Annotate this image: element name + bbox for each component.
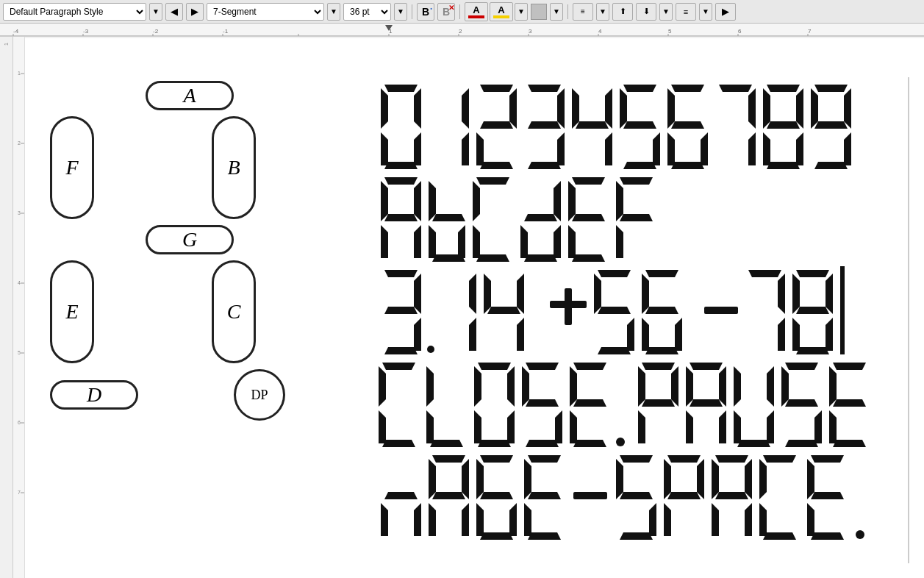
svg-marker-201	[829, 366, 837, 407]
svg-text:6: 6	[738, 28, 742, 35]
gray-swatch-dropdown[interactable]: ▼	[550, 3, 563, 21]
svg-marker-146	[778, 318, 785, 351]
highlight-color-button[interactable]: A	[490, 2, 513, 21]
segment-B: B	[212, 116, 256, 219]
svg-marker-160	[426, 410, 434, 443]
svg-marker-136	[598, 347, 631, 354]
canvas-area[interactable]: 1 2 3 4 5 6 7 A	[13, 37, 924, 578]
svg-marker-222	[528, 492, 561, 499]
svg-marker-125	[469, 318, 476, 351]
svg-marker-50	[480, 121, 513, 129]
svg-marker-236	[715, 455, 748, 463]
svg-marker-72	[671, 162, 704, 169]
font-color-button[interactable]: A	[465, 2, 488, 21]
indent-button[interactable]: ⬆	[612, 3, 633, 21]
segment-F: F	[50, 116, 94, 219]
svg-marker-56	[557, 132, 565, 165]
svg-marker-77	[763, 88, 770, 129]
svg-marker-133	[594, 274, 601, 314]
svg-marker-55	[528, 121, 561, 129]
svg-marker-43	[381, 132, 388, 165]
svg-point-123	[427, 346, 434, 353]
segment-C: C	[212, 260, 256, 363]
svg-marker-137	[645, 270, 678, 277]
svg-marker-132	[598, 270, 631, 277]
color-tools-more[interactable]: ▼	[515, 3, 528, 21]
svg-marker-208	[432, 455, 465, 463]
svg-text:4: 4	[18, 280, 21, 285]
format-dropdown-3[interactable]: ▼	[699, 3, 712, 21]
svg-marker-169	[522, 366, 529, 407]
svg-marker-119	[414, 274, 421, 314]
bold-remove-button[interactable]: ✕ B	[437, 3, 455, 21]
svg-text:5: 5	[18, 350, 21, 355]
paragraph-style-select[interactable]: Default Paragraph Style	[3, 3, 146, 21]
svg-marker-249	[807, 503, 814, 536]
svg-marker-52	[480, 162, 513, 169]
svg-marker-247	[807, 459, 814, 499]
svg-marker-124	[469, 274, 476, 314]
svg-marker-106	[520, 225, 528, 258]
svg-marker-111	[572, 214, 605, 221]
outdent-button[interactable]: ⬇	[636, 3, 656, 21]
svg-marker-113	[572, 254, 605, 262]
font-name-select[interactable]: 7-Segment	[207, 3, 324, 21]
svg-marker-62	[623, 85, 656, 92]
svg-marker-116	[620, 214, 653, 221]
svg-marker-99	[432, 254, 465, 262]
svg-marker-81	[796, 132, 803, 165]
toolbar-back[interactable]: ◀	[165, 3, 183, 21]
svg-marker-100	[476, 177, 509, 185]
right-edge-line	[908, 77, 909, 563]
svg-marker-171	[555, 410, 562, 443]
svg-marker-89	[384, 177, 418, 185]
svg-marker-180	[638, 366, 645, 407]
svg-text:-2: -2	[153, 28, 159, 35]
svg-marker-198	[814, 410, 822, 443]
svg-marker-203	[829, 410, 837, 443]
words1-svg	[373, 355, 917, 451]
separator-1	[412, 4, 412, 19]
svg-marker-58	[572, 88, 579, 129]
more-options-button[interactable]: ▶	[715, 3, 736, 21]
svg-marker-138	[642, 274, 649, 314]
paragraph-style-dropdown[interactable]: ▼	[149, 3, 162, 21]
svg-text:1: 1	[389, 28, 393, 35]
svg-marker-65	[653, 132, 660, 165]
svg-marker-92	[384, 214, 418, 221]
svg-marker-220	[528, 455, 561, 463]
svg-marker-230	[620, 532, 653, 540]
segment-DP: DP	[234, 369, 285, 421]
format-more-button[interactable]: ≡	[573, 3, 593, 21]
font-size-select[interactable]: 36 pt	[343, 3, 391, 21]
vertical-ruler: 1 2 3 4 5 6 7	[13, 37, 25, 578]
svg-marker-85	[844, 88, 851, 129]
svg-marker-149	[825, 274, 833, 314]
svg-marker-121	[414, 318, 421, 351]
svg-marker-191	[767, 366, 774, 407]
align-button[interactable]: ≡	[676, 3, 696, 21]
svg-marker-150	[796, 307, 829, 314]
svg-marker-68	[667, 88, 675, 129]
svg-marker-240	[712, 503, 719, 536]
svg-marker-164	[507, 366, 515, 407]
svg-marker-189	[719, 410, 726, 443]
svg-marker-190	[734, 366, 741, 407]
svg-marker-196	[781, 366, 789, 407]
svg-marker-210	[462, 459, 469, 499]
words2-row	[373, 448, 917, 543]
format-dropdown-1[interactable]: ▼	[596, 3, 609, 21]
svg-rect-154	[840, 266, 845, 354]
svg-marker-139	[645, 307, 678, 314]
font-size-dropdown[interactable]: ▼	[394, 3, 407, 21]
svg-text:7: 7	[18, 490, 21, 495]
svg-marker-175	[573, 399, 606, 407]
toolbar-forward[interactable]: ▶	[186, 3, 204, 21]
bold-button[interactable]: • B	[417, 3, 434, 21]
segment-G: G	[146, 225, 234, 254]
svg-marker-214	[480, 455, 513, 463]
svg-marker-159	[426, 366, 434, 407]
font-name-dropdown[interactable]: ▼	[327, 3, 340, 21]
format-dropdown-2[interactable]: ▼	[659, 3, 673, 21]
svg-marker-80	[763, 132, 770, 165]
